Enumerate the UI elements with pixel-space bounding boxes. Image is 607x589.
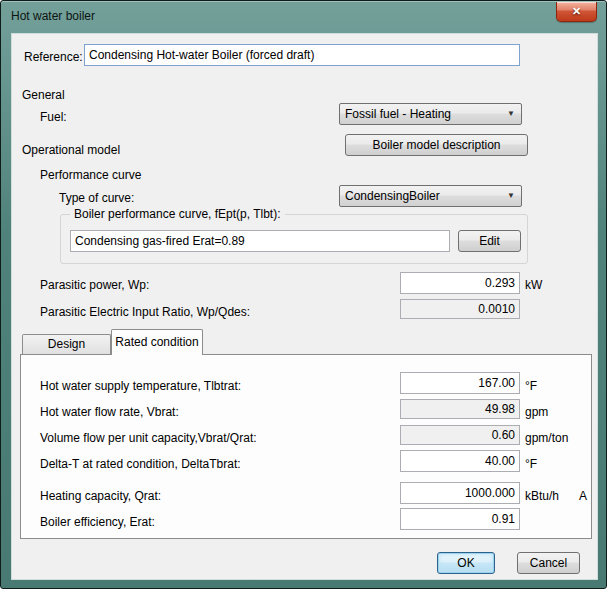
parasitic-ratio-readonly-field: 0.0010 bbox=[400, 299, 520, 319]
cancel-button[interactable]: Cancel bbox=[517, 552, 580, 574]
operational-model-heading: Operational model bbox=[22, 143, 120, 157]
performance-curve-groupbox: Boiler performance curve, fEpt(p, Tlbt):… bbox=[60, 214, 528, 264]
boiler-efficiency-input[interactable]: 0.91 bbox=[400, 508, 520, 530]
row-unit: °F bbox=[525, 457, 537, 471]
window-title: Hot water boiler bbox=[11, 9, 95, 23]
row-unit: °F bbox=[525, 379, 537, 393]
row-label: Hot water supply temperature, Tlbtrat: bbox=[40, 379, 241, 393]
heating-capacity-input[interactable]: 1000.000 bbox=[400, 482, 520, 504]
tab-rated-condition[interactable]: Rated condition bbox=[111, 329, 203, 355]
chevron-down-icon: ▼ bbox=[507, 186, 515, 206]
fuel-selected-value: Fossil fuel - Heating bbox=[345, 107, 451, 121]
row-label: Delta-T at rated condition, DeltaTbrat: bbox=[40, 457, 241, 471]
performance-curve-heading: Performance curve bbox=[40, 168, 141, 182]
general-heading: General bbox=[22, 88, 65, 102]
fuel-label: Fuel: bbox=[40, 110, 67, 124]
type-of-curve-selected-value: CondensingBoiler bbox=[345, 189, 440, 203]
delta-t-input[interactable]: 40.00 bbox=[400, 450, 520, 472]
reference-label: Reference: bbox=[24, 50, 83, 64]
reference-input[interactable]: Condensing Hot-water Boiler (forced draf… bbox=[84, 44, 520, 66]
row-unit: gpm bbox=[525, 405, 548, 419]
tab-design-condition[interactable]: Design condition bbox=[22, 334, 111, 354]
performance-curve-groupbox-label: Boiler performance curve, fEpt(p, Tlbt): bbox=[70, 207, 285, 221]
title-bar[interactable]: Hot water boiler ✕ bbox=[2, 1, 605, 32]
dialog-content: Reference: Condensing Hot-water Boiler (… bbox=[11, 33, 598, 580]
unit-system-indicator: A bbox=[579, 489, 587, 503]
fuel-dropdown[interactable]: Fossil fuel - Heating ▼ bbox=[339, 103, 522, 125]
row-label: Boiler efficiency, Erat: bbox=[40, 515, 155, 529]
boiler-model-description-button[interactable]: Boiler model description bbox=[345, 134, 528, 156]
curve-name-input[interactable]: Condensing gas-fired Erat=0.89 bbox=[70, 230, 450, 252]
row-unit: gpm/ton bbox=[525, 431, 568, 445]
ok-button[interactable]: OK bbox=[437, 552, 495, 574]
close-icon[interactable]: ✕ bbox=[556, 2, 597, 22]
chevron-down-icon: ▼ bbox=[507, 104, 515, 124]
row-label: Hot water flow rate, Vbrat: bbox=[40, 405, 179, 419]
row-unit: kBtu/h bbox=[525, 489, 559, 503]
flow-rate-readonly-field: 49.98 bbox=[400, 399, 520, 419]
supply-temperature-input[interactable]: 167.00 bbox=[400, 372, 520, 394]
parasitic-power-label: Parasitic power, Wp: bbox=[40, 278, 149, 292]
parasitic-power-input[interactable]: 0.293 bbox=[400, 272, 520, 294]
type-of-curve-dropdown[interactable]: CondensingBoiler ▼ bbox=[339, 185, 522, 207]
volume-per-capacity-readonly-field: 0.60 bbox=[400, 425, 520, 445]
type-of-curve-label: Type of curve: bbox=[59, 191, 134, 205]
parasitic-power-unit: kW bbox=[525, 278, 542, 292]
row-label: Volume flow per unit capacity,Vbrat/Qrat… bbox=[40, 431, 257, 445]
edit-curve-button[interactable]: Edit bbox=[458, 230, 521, 252]
row-label: Heating capacity, Qrat: bbox=[40, 489, 161, 503]
parasitic-ratio-label: Parasitic Electric Input Ratio, Wp/Qdes: bbox=[40, 305, 250, 319]
hot-water-boiler-dialog: Hot water boiler ✕ Reference: Condensing… bbox=[0, 0, 607, 589]
